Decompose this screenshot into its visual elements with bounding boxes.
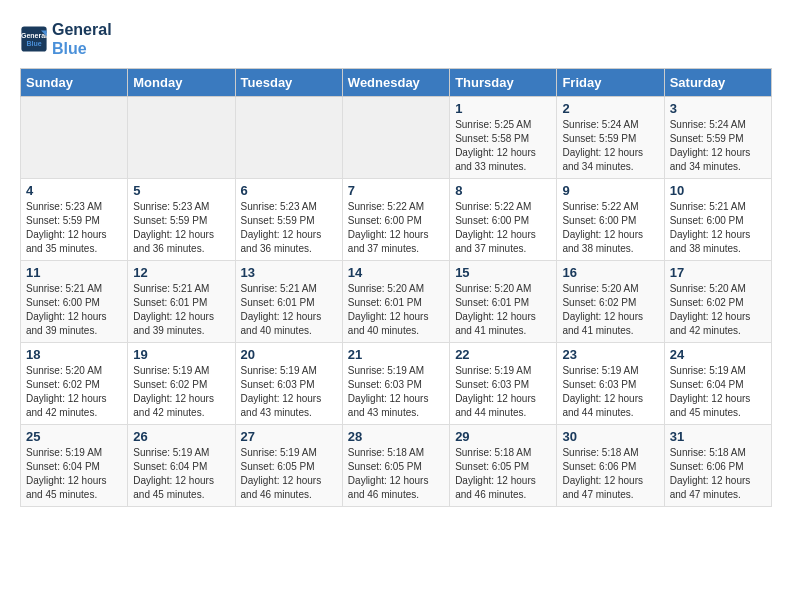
- calendar-cell: [342, 97, 449, 179]
- day-number: 30: [562, 429, 658, 444]
- day-info: Sunrise: 5:21 AMSunset: 6:00 PMDaylight:…: [26, 282, 122, 338]
- calendar-cell: 11Sunrise: 5:21 AMSunset: 6:00 PMDayligh…: [21, 261, 128, 343]
- day-number: 16: [562, 265, 658, 280]
- day-info: Sunrise: 5:22 AMSunset: 6:00 PMDaylight:…: [348, 200, 444, 256]
- calendar-table: SundayMondayTuesdayWednesdayThursdayFrid…: [20, 68, 772, 507]
- day-info: Sunrise: 5:24 AMSunset: 5:59 PMDaylight:…: [670, 118, 766, 174]
- day-number: 12: [133, 265, 229, 280]
- day-number: 26: [133, 429, 229, 444]
- day-number: 24: [670, 347, 766, 362]
- day-info: Sunrise: 5:21 AMSunset: 6:01 PMDaylight:…: [241, 282, 337, 338]
- day-info: Sunrise: 5:21 AMSunset: 6:01 PMDaylight:…: [133, 282, 229, 338]
- day-number: 28: [348, 429, 444, 444]
- calendar-cell: 20Sunrise: 5:19 AMSunset: 6:03 PMDayligh…: [235, 343, 342, 425]
- calendar-cell: 23Sunrise: 5:19 AMSunset: 6:03 PMDayligh…: [557, 343, 664, 425]
- day-info: Sunrise: 5:19 AMSunset: 6:03 PMDaylight:…: [241, 364, 337, 420]
- day-number: 22: [455, 347, 551, 362]
- day-info: Sunrise: 5:24 AMSunset: 5:59 PMDaylight:…: [562, 118, 658, 174]
- calendar-cell: 24Sunrise: 5:19 AMSunset: 6:04 PMDayligh…: [664, 343, 771, 425]
- day-number: 4: [26, 183, 122, 198]
- weekday-header-wednesday: Wednesday: [342, 69, 449, 97]
- logo-icon: General Blue: [20, 25, 48, 53]
- day-number: 6: [241, 183, 337, 198]
- day-number: 19: [133, 347, 229, 362]
- day-info: Sunrise: 5:19 AMSunset: 6:04 PMDaylight:…: [133, 446, 229, 502]
- calendar-cell: 13Sunrise: 5:21 AMSunset: 6:01 PMDayligh…: [235, 261, 342, 343]
- day-info: Sunrise: 5:23 AMSunset: 5:59 PMDaylight:…: [241, 200, 337, 256]
- day-number: 8: [455, 183, 551, 198]
- calendar-cell: 30Sunrise: 5:18 AMSunset: 6:06 PMDayligh…: [557, 425, 664, 507]
- svg-rect-0: [21, 27, 46, 52]
- day-info: Sunrise: 5:23 AMSunset: 5:59 PMDaylight:…: [26, 200, 122, 256]
- day-info: Sunrise: 5:20 AMSunset: 6:02 PMDaylight:…: [562, 282, 658, 338]
- logo-text-line1: General: [52, 20, 112, 39]
- calendar-body: 1Sunrise: 5:25 AMSunset: 5:58 PMDaylight…: [21, 97, 772, 507]
- calendar-cell: 1Sunrise: 5:25 AMSunset: 5:58 PMDaylight…: [450, 97, 557, 179]
- day-number: 21: [348, 347, 444, 362]
- svg-text:Blue: Blue: [26, 40, 41, 47]
- day-info: Sunrise: 5:18 AMSunset: 6:05 PMDaylight:…: [348, 446, 444, 502]
- day-info: Sunrise: 5:20 AMSunset: 6:01 PMDaylight:…: [348, 282, 444, 338]
- calendar-cell: 14Sunrise: 5:20 AMSunset: 6:01 PMDayligh…: [342, 261, 449, 343]
- day-info: Sunrise: 5:23 AMSunset: 5:59 PMDaylight:…: [133, 200, 229, 256]
- calendar-cell: 3Sunrise: 5:24 AMSunset: 5:59 PMDaylight…: [664, 97, 771, 179]
- day-number: 15: [455, 265, 551, 280]
- calendar-cell: 8Sunrise: 5:22 AMSunset: 6:00 PMDaylight…: [450, 179, 557, 261]
- weekday-header-thursday: Thursday: [450, 69, 557, 97]
- day-number: 3: [670, 101, 766, 116]
- day-info: Sunrise: 5:19 AMSunset: 6:03 PMDaylight:…: [562, 364, 658, 420]
- calendar-cell: 15Sunrise: 5:20 AMSunset: 6:01 PMDayligh…: [450, 261, 557, 343]
- day-number: 27: [241, 429, 337, 444]
- day-number: 9: [562, 183, 658, 198]
- weekday-header-sunday: Sunday: [21, 69, 128, 97]
- day-number: 29: [455, 429, 551, 444]
- day-info: Sunrise: 5:25 AMSunset: 5:58 PMDaylight:…: [455, 118, 551, 174]
- day-number: 23: [562, 347, 658, 362]
- day-number: 25: [26, 429, 122, 444]
- day-info: Sunrise: 5:19 AMSunset: 6:03 PMDaylight:…: [348, 364, 444, 420]
- calendar-cell: [128, 97, 235, 179]
- day-number: 1: [455, 101, 551, 116]
- day-info: Sunrise: 5:19 AMSunset: 6:04 PMDaylight:…: [26, 446, 122, 502]
- day-number: 17: [670, 265, 766, 280]
- calendar-week-3: 11Sunrise: 5:21 AMSunset: 6:00 PMDayligh…: [21, 261, 772, 343]
- logo: General Blue General Blue: [20, 20, 112, 58]
- weekday-header-monday: Monday: [128, 69, 235, 97]
- calendar-cell: 10Sunrise: 5:21 AMSunset: 6:00 PMDayligh…: [664, 179, 771, 261]
- calendar-cell: 4Sunrise: 5:23 AMSunset: 5:59 PMDaylight…: [21, 179, 128, 261]
- day-number: 18: [26, 347, 122, 362]
- day-number: 2: [562, 101, 658, 116]
- calendar-week-4: 18Sunrise: 5:20 AMSunset: 6:02 PMDayligh…: [21, 343, 772, 425]
- calendar-week-1: 1Sunrise: 5:25 AMSunset: 5:58 PMDaylight…: [21, 97, 772, 179]
- day-number: 14: [348, 265, 444, 280]
- calendar-cell: 26Sunrise: 5:19 AMSunset: 6:04 PMDayligh…: [128, 425, 235, 507]
- calendar-cell: [21, 97, 128, 179]
- calendar-cell: 21Sunrise: 5:19 AMSunset: 6:03 PMDayligh…: [342, 343, 449, 425]
- day-number: 11: [26, 265, 122, 280]
- weekday-header-tuesday: Tuesday: [235, 69, 342, 97]
- calendar-cell: 22Sunrise: 5:19 AMSunset: 6:03 PMDayligh…: [450, 343, 557, 425]
- logo-text-line2: Blue: [52, 39, 112, 58]
- day-info: Sunrise: 5:20 AMSunset: 6:01 PMDaylight:…: [455, 282, 551, 338]
- calendar-cell: 25Sunrise: 5:19 AMSunset: 6:04 PMDayligh…: [21, 425, 128, 507]
- calendar-cell: 28Sunrise: 5:18 AMSunset: 6:05 PMDayligh…: [342, 425, 449, 507]
- day-info: Sunrise: 5:19 AMSunset: 6:02 PMDaylight:…: [133, 364, 229, 420]
- day-info: Sunrise: 5:19 AMSunset: 6:04 PMDaylight:…: [670, 364, 766, 420]
- day-number: 10: [670, 183, 766, 198]
- calendar-week-2: 4Sunrise: 5:23 AMSunset: 5:59 PMDaylight…: [21, 179, 772, 261]
- calendar-cell: 9Sunrise: 5:22 AMSunset: 6:00 PMDaylight…: [557, 179, 664, 261]
- calendar-cell: 2Sunrise: 5:24 AMSunset: 5:59 PMDaylight…: [557, 97, 664, 179]
- calendar-week-5: 25Sunrise: 5:19 AMSunset: 6:04 PMDayligh…: [21, 425, 772, 507]
- page-header: General Blue General Blue: [20, 20, 772, 58]
- day-info: Sunrise: 5:21 AMSunset: 6:00 PMDaylight:…: [670, 200, 766, 256]
- calendar-cell: [235, 97, 342, 179]
- weekday-header-friday: Friday: [557, 69, 664, 97]
- day-number: 5: [133, 183, 229, 198]
- weekday-header-saturday: Saturday: [664, 69, 771, 97]
- day-number: 13: [241, 265, 337, 280]
- calendar-cell: 16Sunrise: 5:20 AMSunset: 6:02 PMDayligh…: [557, 261, 664, 343]
- day-info: Sunrise: 5:20 AMSunset: 6:02 PMDaylight:…: [670, 282, 766, 338]
- calendar-cell: 31Sunrise: 5:18 AMSunset: 6:06 PMDayligh…: [664, 425, 771, 507]
- calendar-cell: 29Sunrise: 5:18 AMSunset: 6:05 PMDayligh…: [450, 425, 557, 507]
- calendar-cell: 17Sunrise: 5:20 AMSunset: 6:02 PMDayligh…: [664, 261, 771, 343]
